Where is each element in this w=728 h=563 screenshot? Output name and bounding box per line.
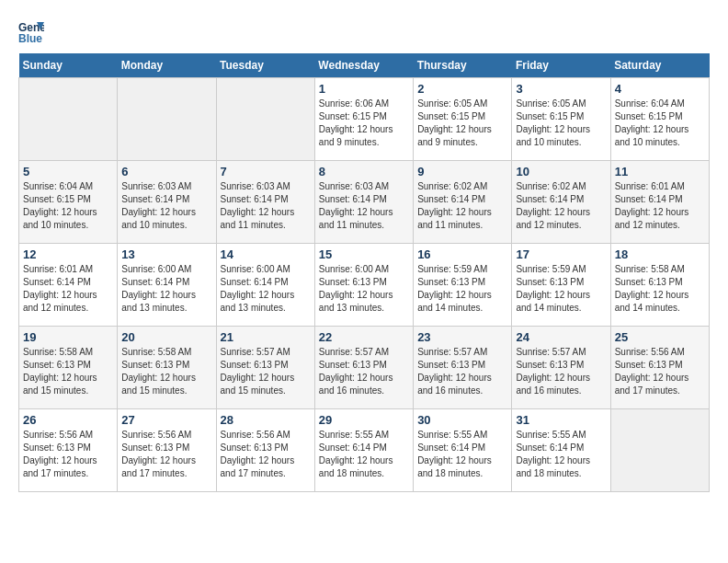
day-info: Sunrise: 5:56 AM Sunset: 6:13 PM Dayligh… (121, 429, 211, 480)
day-number: 22 (319, 330, 409, 344)
weekday-header-sunday: Sunday (19, 53, 118, 78)
calendar-cell: 25Sunrise: 5:56 AM Sunset: 6:13 PM Dayli… (610, 327, 709, 409)
day-info: Sunrise: 5:57 AM Sunset: 6:13 PM Dayligh… (516, 346, 606, 397)
day-info: Sunrise: 6:02 AM Sunset: 6:14 PM Dayligh… (417, 180, 507, 232)
calendar-cell: 20Sunrise: 5:58 AM Sunset: 6:13 PM Dayli… (118, 327, 216, 409)
calendar-cell: 2Sunrise: 6:05 AM Sunset: 6:15 PM Daylig… (414, 78, 512, 161)
calendar-cell: 16Sunrise: 5:59 AM Sunset: 6:13 PM Dayli… (414, 244, 512, 327)
weekday-header-wednesday: Wednesday (314, 53, 413, 78)
day-info: Sunrise: 6:01 AM Sunset: 6:14 PM Dayligh… (615, 180, 705, 232)
day-number: 25 (615, 330, 705, 344)
day-info: Sunrise: 6:00 AM Sunset: 6:14 PM Dayligh… (121, 263, 211, 315)
day-info: Sunrise: 6:05 AM Sunset: 6:15 PM Dayligh… (417, 98, 507, 149)
day-info: Sunrise: 6:03 AM Sunset: 6:14 PM Dayligh… (121, 180, 211, 232)
day-number: 5 (23, 165, 113, 178)
weekday-header-saturday: Saturday (610, 53, 709, 78)
day-info: Sunrise: 5:58 AM Sunset: 6:13 PM Dayligh… (121, 346, 211, 397)
day-number: 24 (516, 330, 606, 344)
week-row-3: 12Sunrise: 6:01 AM Sunset: 6:14 PM Dayli… (19, 244, 710, 327)
day-number: 31 (516, 413, 606, 427)
day-number: 9 (417, 165, 507, 178)
day-info: Sunrise: 6:00 AM Sunset: 6:13 PM Dayligh… (319, 263, 409, 315)
day-number: 16 (417, 247, 507, 261)
day-number: 23 (417, 330, 507, 344)
day-number: 13 (121, 247, 211, 261)
calendar-cell: 8Sunrise: 6:03 AM Sunset: 6:14 PM Daylig… (314, 161, 413, 244)
logo: General Blue (18, 18, 48, 44)
calendar-cell: 1Sunrise: 6:06 AM Sunset: 6:15 PM Daylig… (314, 78, 413, 161)
calendar-cell: 14Sunrise: 6:00 AM Sunset: 6:14 PM Dayli… (216, 244, 314, 327)
day-info: Sunrise: 5:57 AM Sunset: 6:13 PM Dayligh… (417, 346, 507, 397)
calendar-cell: 28Sunrise: 5:56 AM Sunset: 6:13 PM Dayli… (216, 409, 314, 492)
day-number: 28 (221, 413, 311, 427)
day-info: Sunrise: 5:56 AM Sunset: 6:13 PM Dayligh… (615, 346, 705, 397)
calendar-cell: 19Sunrise: 5:58 AM Sunset: 6:13 PM Dayli… (19, 327, 118, 409)
day-info: Sunrise: 6:03 AM Sunset: 6:14 PM Dayligh… (319, 180, 409, 232)
day-info: Sunrise: 6:03 AM Sunset: 6:14 PM Dayligh… (221, 180, 311, 232)
day-info: Sunrise: 6:06 AM Sunset: 6:15 PM Dayligh… (319, 98, 409, 149)
calendar-cell: 31Sunrise: 5:55 AM Sunset: 6:14 PM Dayli… (512, 409, 610, 492)
calendar-cell: 5Sunrise: 6:04 AM Sunset: 6:15 PM Daylig… (19, 161, 118, 244)
day-info: Sunrise: 5:58 AM Sunset: 6:13 PM Dayligh… (615, 263, 705, 315)
day-info: Sunrise: 5:57 AM Sunset: 6:13 PM Dayligh… (221, 346, 311, 397)
day-number: 29 (319, 413, 409, 427)
calendar-table: SundayMondayTuesdayWednesdayThursdayFrid… (18, 53, 710, 492)
calendar-cell: 22Sunrise: 5:57 AM Sunset: 6:13 PM Dayli… (314, 327, 413, 409)
day-info: Sunrise: 5:58 AM Sunset: 6:13 PM Dayligh… (23, 346, 113, 397)
calendar-cell: 26Sunrise: 5:56 AM Sunset: 6:13 PM Dayli… (19, 409, 118, 492)
calendar-cell: 11Sunrise: 6:01 AM Sunset: 6:14 PM Dayli… (610, 161, 709, 244)
calendar-cell: 30Sunrise: 5:55 AM Sunset: 6:14 PM Dayli… (414, 409, 512, 492)
header: General Blue (18, 18, 710, 44)
day-info: Sunrise: 5:55 AM Sunset: 6:14 PM Dayligh… (417, 429, 507, 480)
calendar-cell: 9Sunrise: 6:02 AM Sunset: 6:14 PM Daylig… (414, 161, 512, 244)
day-info: Sunrise: 5:59 AM Sunset: 6:13 PM Dayligh… (417, 263, 507, 315)
weekday-header-thursday: Thursday (414, 53, 512, 78)
calendar-cell (216, 78, 314, 161)
day-number: 11 (615, 165, 705, 178)
day-info: Sunrise: 6:04 AM Sunset: 6:15 PM Dayligh… (615, 98, 705, 149)
calendar-cell: 21Sunrise: 5:57 AM Sunset: 6:13 PM Dayli… (216, 327, 314, 409)
day-number: 21 (221, 330, 311, 344)
calendar-cell: 24Sunrise: 5:57 AM Sunset: 6:13 PM Dayli… (512, 327, 610, 409)
day-number: 26 (23, 413, 113, 427)
day-number: 17 (516, 247, 606, 261)
calendar-cell: 12Sunrise: 6:01 AM Sunset: 6:14 PM Dayli… (19, 244, 118, 327)
calendar-cell: 15Sunrise: 6:00 AM Sunset: 6:13 PM Dayli… (314, 244, 413, 327)
day-number: 14 (221, 247, 311, 261)
day-info: Sunrise: 5:55 AM Sunset: 6:14 PM Dayligh… (516, 429, 606, 480)
week-row-2: 5Sunrise: 6:04 AM Sunset: 6:15 PM Daylig… (19, 161, 710, 244)
day-info: Sunrise: 5:55 AM Sunset: 6:14 PM Dayligh… (319, 429, 409, 480)
day-number: 10 (516, 165, 606, 178)
week-row-1: 1Sunrise: 6:06 AM Sunset: 6:15 PM Daylig… (19, 78, 710, 161)
day-number: 8 (319, 165, 409, 178)
day-number: 20 (121, 330, 211, 344)
day-number: 12 (23, 247, 113, 261)
calendar-cell: 27Sunrise: 5:56 AM Sunset: 6:13 PM Dayli… (118, 409, 216, 492)
calendar-cell: 23Sunrise: 5:57 AM Sunset: 6:13 PM Dayli… (414, 327, 512, 409)
svg-text:Blue: Blue (18, 32, 42, 44)
day-number: 30 (417, 413, 507, 427)
weekday-header-tuesday: Tuesday (216, 53, 314, 78)
day-number: 15 (319, 247, 409, 261)
day-info: Sunrise: 5:59 AM Sunset: 6:13 PM Dayligh… (516, 263, 606, 315)
day-info: Sunrise: 5:56 AM Sunset: 6:13 PM Dayligh… (221, 429, 311, 480)
day-number: 6 (121, 165, 211, 178)
logo-icon: General Blue (18, 18, 44, 44)
day-number: 27 (121, 413, 211, 427)
calendar-cell: 7Sunrise: 6:03 AM Sunset: 6:14 PM Daylig… (216, 161, 314, 244)
day-info: Sunrise: 6:01 AM Sunset: 6:14 PM Dayligh… (23, 263, 113, 315)
day-info: Sunrise: 6:05 AM Sunset: 6:15 PM Dayligh… (516, 98, 606, 149)
calendar-cell: 29Sunrise: 5:55 AM Sunset: 6:14 PM Dayli… (314, 409, 413, 492)
calendar-cell (610, 409, 709, 492)
weekday-header-monday: Monday (118, 53, 216, 78)
day-number: 7 (221, 165, 311, 178)
day-info: Sunrise: 6:00 AM Sunset: 6:14 PM Dayligh… (221, 263, 311, 315)
calendar-cell (19, 78, 118, 161)
week-row-4: 19Sunrise: 5:58 AM Sunset: 6:13 PM Dayli… (19, 327, 710, 409)
day-number: 1 (319, 82, 409, 96)
week-row-5: 26Sunrise: 5:56 AM Sunset: 6:13 PM Dayli… (19, 409, 710, 492)
day-number: 19 (23, 330, 113, 344)
day-info: Sunrise: 5:57 AM Sunset: 6:13 PM Dayligh… (319, 346, 409, 397)
day-number: 3 (516, 82, 606, 96)
calendar-cell: 6Sunrise: 6:03 AM Sunset: 6:14 PM Daylig… (118, 161, 216, 244)
